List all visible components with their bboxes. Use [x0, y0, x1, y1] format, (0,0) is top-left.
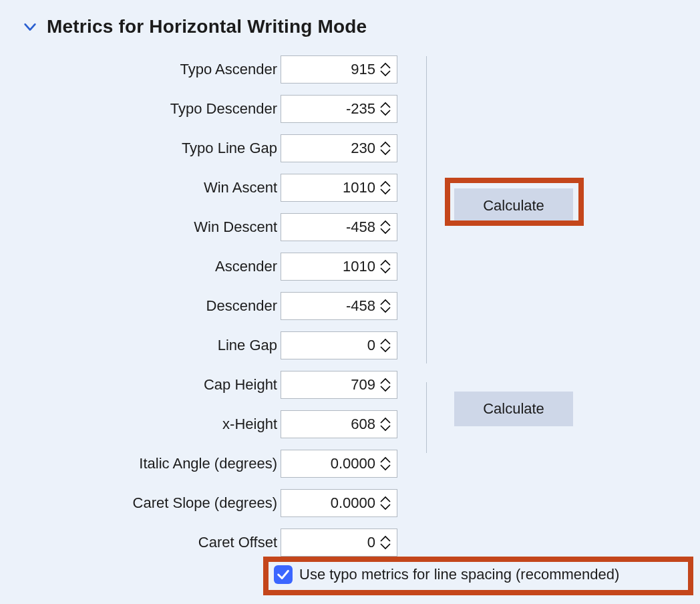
section-title: Metrics for Horizontal Writing Mode — [47, 16, 367, 37]
value-typo-line-gap: 230 — [351, 140, 375, 157]
spinner-italic-angle[interactable]: 0.0000 — [281, 450, 397, 478]
value-x-height: 608 — [351, 416, 375, 433]
row-ascender: Ascender 1010 — [0, 247, 401, 286]
row-cap-height: Cap Height 709 — [0, 365, 401, 404]
value-descender: -458 — [346, 297, 375, 315]
label-cap-height: Cap Height — [90, 376, 277, 394]
row-line-gap: Line Gap 0 — [0, 325, 401, 365]
stepper-arrows-icon[interactable] — [379, 174, 393, 201]
label-win-ascent: Win Ascent — [90, 179, 277, 196]
value-typo-ascender: 915 — [351, 61, 375, 78]
value-italic-angle: 0.0000 — [331, 455, 375, 472]
spinner-typo-descender[interactable]: -235 — [281, 95, 397, 123]
spinner-x-height[interactable]: 608 — [281, 410, 397, 438]
label-typo-descender: Typo Descender — [90, 100, 277, 118]
label-caret-offset: Caret Offset — [90, 534, 277, 551]
row-win-ascent: Win Ascent 1010 — [0, 168, 401, 207]
value-line-gap: 0 — [367, 337, 375, 354]
stepper-arrows-icon[interactable] — [379, 293, 393, 319]
metric-rows: Typo Ascender 915 Typo Descender -235 Ty… — [0, 49, 401, 562]
label-italic-angle: Italic Angle (degrees) — [90, 455, 277, 472]
stepper-arrows-icon[interactable] — [379, 529, 393, 556]
row-caret-offset: Caret Offset 0 — [0, 522, 401, 562]
value-typo-descender: -235 — [346, 100, 375, 118]
stepper-arrows-icon[interactable] — [379, 253, 393, 280]
value-ascender: 1010 — [343, 258, 375, 275]
label-ascender: Ascender — [90, 258, 277, 275]
label-x-height: x-Height — [90, 416, 277, 433]
label-win-descent: Win Descent — [90, 218, 277, 236]
row-x-height: x-Height 608 — [0, 404, 401, 444]
stepper-arrows-icon[interactable] — [379, 135, 393, 162]
calculate-button-1-label: Calculate — [483, 197, 544, 214]
spinner-caret-offset[interactable]: 0 — [281, 528, 397, 557]
stepper-arrows-icon[interactable] — [379, 214, 393, 241]
calculate-button-2-label: Calculate — [483, 400, 544, 418]
value-cap-height: 709 — [351, 376, 375, 394]
label-typo-line-gap: Typo Line Gap — [90, 140, 277, 157]
label-descender: Descender — [90, 297, 277, 315]
checkbox-row-use-typo[interactable]: Use typo metrics for line spacing (recom… — [274, 565, 619, 584]
row-typo-ascender: Typo Ascender 915 — [0, 49, 401, 89]
divider-vertical-2 — [426, 382, 427, 453]
spinner-line-gap[interactable]: 0 — [281, 331, 397, 359]
value-win-descent: -458 — [346, 218, 375, 236]
chevron-down-icon — [23, 19, 37, 34]
stepper-arrows-icon[interactable] — [379, 411, 393, 438]
checkbox-use-typo-label: Use typo metrics for line spacing (recom… — [299, 566, 619, 583]
spinner-ascender[interactable]: 1010 — [281, 253, 397, 281]
spinner-cap-height[interactable]: 709 — [281, 371, 397, 399]
calculate-button-1[interactable]: Calculate — [454, 188, 573, 223]
value-caret-slope: 0.0000 — [331, 494, 375, 512]
spinner-win-descent[interactable]: -458 — [281, 213, 397, 241]
stepper-arrows-icon[interactable] — [379, 450, 393, 477]
row-typo-line-gap: Typo Line Gap 230 — [0, 128, 401, 168]
spinner-win-ascent[interactable]: 1010 — [281, 174, 397, 202]
stepper-arrows-icon[interactable] — [379, 371, 393, 398]
row-typo-descender: Typo Descender -235 — [0, 89, 401, 128]
spinner-typo-line-gap[interactable]: 230 — [281, 134, 397, 162]
label-line-gap: Line Gap — [90, 337, 277, 354]
spinner-caret-slope[interactable]: 0.0000 — [281, 489, 397, 517]
checkbox-use-typo[interactable] — [274, 565, 293, 584]
calculate-button-2[interactable]: Calculate — [454, 392, 573, 426]
divider-vertical-1 — [426, 56, 427, 363]
stepper-arrows-icon[interactable] — [379, 332, 393, 359]
spinner-typo-ascender[interactable]: 915 — [281, 55, 397, 84]
stepper-arrows-icon[interactable] — [379, 56, 393, 83]
value-caret-offset: 0 — [367, 534, 375, 551]
row-italic-angle: Italic Angle (degrees) 0.0000 — [0, 444, 401, 483]
value-win-ascent: 1010 — [343, 179, 375, 196]
row-win-descent: Win Descent -458 — [0, 207, 401, 247]
row-caret-slope: Caret Slope (degrees) 0.0000 — [0, 483, 401, 522]
section-header[interactable]: Metrics for Horizontal Writing Mode — [23, 16, 367, 37]
label-typo-ascender: Typo Ascender — [90, 61, 277, 78]
spinner-descender[interactable]: -458 — [281, 292, 397, 320]
stepper-arrows-icon[interactable] — [379, 490, 393, 516]
label-caret-slope: Caret Slope (degrees) — [90, 494, 277, 512]
row-descender: Descender -458 — [0, 286, 401, 325]
stepper-arrows-icon[interactable] — [379, 96, 393, 122]
